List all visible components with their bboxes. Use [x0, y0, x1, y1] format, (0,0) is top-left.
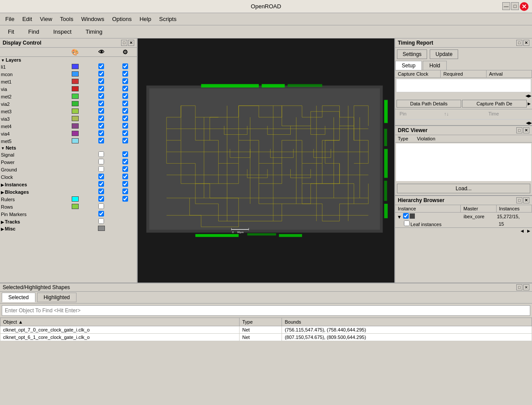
hierarchy-row-1[interactable]: Leaf instances 15 — [395, 220, 532, 227]
menu-item-view[interactable]: View — [36, 14, 56, 24]
layer-color-met1[interactable] — [61, 78, 89, 85]
layer-color-met4[interactable] — [61, 122, 89, 130]
layer-vis1-met1[interactable] — [89, 78, 114, 85]
canvas-area[interactable]: 0 90μm — [138, 38, 394, 283]
panel-float-button[interactable]: □ — [121, 40, 127, 46]
layer-vis2-met4[interactable] — [114, 122, 137, 130]
search-input[interactable] — [2, 305, 530, 316]
type-col-header[interactable]: Type — [240, 318, 282, 326]
layer-vis2-met1[interactable] — [114, 78, 137, 85]
rulers-vis1[interactable] — [89, 196, 114, 203]
layer-vis2-li1[interactable] — [114, 63, 137, 70]
timing-close-button[interactable]: ✕ — [523, 40, 529, 46]
layer-vis1-via2[interactable] — [89, 100, 114, 108]
layer-vis2-via2[interactable] — [114, 100, 137, 108]
net-vis2-Signal[interactable] — [114, 151, 137, 158]
settings-button[interactable]: Settings — [397, 49, 427, 59]
layer-color-met3[interactable] — [61, 108, 89, 115]
layer-color-mcon[interactable] — [61, 70, 89, 78]
net-vis2-Ground[interactable] — [114, 166, 137, 173]
blockages-vis2[interactable] — [114, 188, 137, 196]
layer-vis2-met2[interactable] — [114, 93, 137, 100]
bounds-col-header[interactable]: Bounds — [282, 318, 532, 326]
menu-item-options[interactable]: Options — [108, 14, 135, 24]
layer-vis1-met4[interactable] — [89, 122, 114, 130]
layer-vis1-via[interactable] — [89, 85, 114, 93]
layer-vis1-mcon[interactable] — [89, 70, 114, 78]
menu-item-help[interactable]: Help — [136, 14, 155, 24]
hold-tab[interactable]: Hold — [423, 61, 447, 70]
misc-section-header[interactable]: ▶Misc — [0, 225, 89, 232]
hier-scroll-right[interactable]: ▶ — [525, 228, 532, 234]
timing-path-scroll-left[interactable]: ◀ — [526, 121, 529, 126]
toolbar-btn-timing[interactable]: Timing — [81, 27, 107, 36]
layer-vis2-via3[interactable] — [114, 115, 137, 122]
layer-vis1-li1[interactable] — [89, 63, 114, 70]
blockages-vis1[interactable] — [89, 188, 114, 196]
rows-vis1[interactable] — [89, 203, 114, 210]
instances-section-header[interactable]: ▶Instances — [0, 181, 89, 188]
timing-path-scroll-right[interactable]: ▶ — [529, 121, 532, 126]
timing-float-button[interactable]: □ — [516, 40, 522, 46]
capture-path-button[interactable]: Capture Path De — [462, 100, 527, 108]
table-row-1[interactable]: clknet_opt_6_1_core_clock_gate_i.clk_o N… — [0, 334, 532, 341]
lower-close-button[interactable]: ✕ — [523, 284, 529, 290]
net-vis1-Clock[interactable] — [89, 173, 114, 181]
layer-vis1-met2[interactable] — [89, 93, 114, 100]
lower-float-button[interactable]: □ — [516, 284, 522, 290]
layer-vis1-via3[interactable] — [89, 115, 114, 122]
blockages-section-header[interactable]: ▶Blockages — [0, 188, 89, 196]
toolbar-btn-fit[interactable]: Fit — [3, 27, 18, 36]
hier-float-button[interactable]: □ — [516, 197, 522, 203]
object-col-header[interactable]: Object ▲ — [0, 318, 240, 326]
layers-section-header[interactable]: ▼Layers — [0, 57, 137, 63]
hier-scroll-left[interactable]: ◀ — [519, 228, 525, 234]
table-row-0[interactable]: clknet_opt_7_0_core_clock_gate_i.clk_o N… — [0, 326, 532, 334]
layer-vis1-met3[interactable] — [89, 108, 114, 115]
chip-canvas[interactable]: 0 90μm — [138, 38, 394, 283]
close-button[interactable]: ✕ — [520, 2, 529, 11]
timing-more-button[interactable]: ▶ — [528, 100, 531, 108]
instances-vis1[interactable] — [89, 181, 114, 188]
selected-tab[interactable]: Selected — [2, 293, 35, 302]
menu-item-scripts[interactable]: Scripts — [156, 14, 180, 24]
menu-item-tools[interactable]: Tools — [56, 14, 76, 24]
hier-checkbox-0[interactable] — [403, 213, 409, 219]
rulers-color[interactable] — [61, 196, 89, 203]
rulers-vis2[interactable] — [114, 196, 137, 203]
hier-checkbox-1[interactable] — [404, 220, 410, 226]
toolbar-btn-find[interactable]: Find — [24, 27, 43, 36]
layer-vis2-met5[interactable] — [114, 137, 137, 145]
hier-close-button[interactable]: ✕ — [523, 197, 529, 203]
highlighted-tab[interactable]: Highlighted — [37, 293, 76, 302]
net-vis1-Signal[interactable] — [89, 151, 114, 158]
data-path-details-button[interactable]: Data Path Details — [396, 100, 461, 108]
layer-color-li1[interactable] — [61, 63, 89, 70]
net-vis1-Ground[interactable] — [89, 166, 114, 173]
update-button[interactable]: Update — [430, 49, 458, 59]
net-vis2-Power[interactable] — [114, 158, 137, 166]
drc-close-button[interactable]: ✕ — [523, 127, 529, 133]
layer-color-met5[interactable] — [61, 137, 89, 145]
pin-markers-vis1[interactable] — [89, 210, 114, 218]
layer-color-via[interactable] — [61, 85, 89, 93]
setup-tab[interactable]: Setup — [395, 61, 422, 70]
hierarchy-row-0[interactable]: ▼ ibex_core 15,272/15, — [395, 213, 532, 220]
menu-item-file[interactable]: File — [2, 14, 18, 24]
load-button[interactable]: Load... — [397, 184, 530, 193]
timing-scroll-left[interactable]: ◀ — [525, 94, 529, 98]
toolbar-btn-inspect[interactable]: Inspect — [49, 27, 76, 36]
layer-vis2-via[interactable] — [114, 85, 137, 93]
layer-color-via2[interactable] — [61, 100, 89, 108]
tracks-section-header[interactable]: ▶Tracks — [0, 218, 89, 225]
minimize-button[interactable]: — — [502, 2, 510, 10]
layer-vis1-met5[interactable] — [89, 137, 114, 145]
net-vis2-Clock[interactable] — [114, 173, 137, 181]
instances-vis2[interactable] — [114, 181, 137, 188]
maximize-button[interactable]: □ — [511, 2, 519, 10]
layer-vis1-via4[interactable] — [89, 130, 114, 137]
timing-scroll-right[interactable]: ▶ — [529, 94, 532, 98]
panel-close-button[interactable]: ✕ — [128, 40, 134, 46]
layer-vis2-via4[interactable] — [114, 130, 137, 137]
menu-item-edit[interactable]: Edit — [19, 14, 35, 24]
